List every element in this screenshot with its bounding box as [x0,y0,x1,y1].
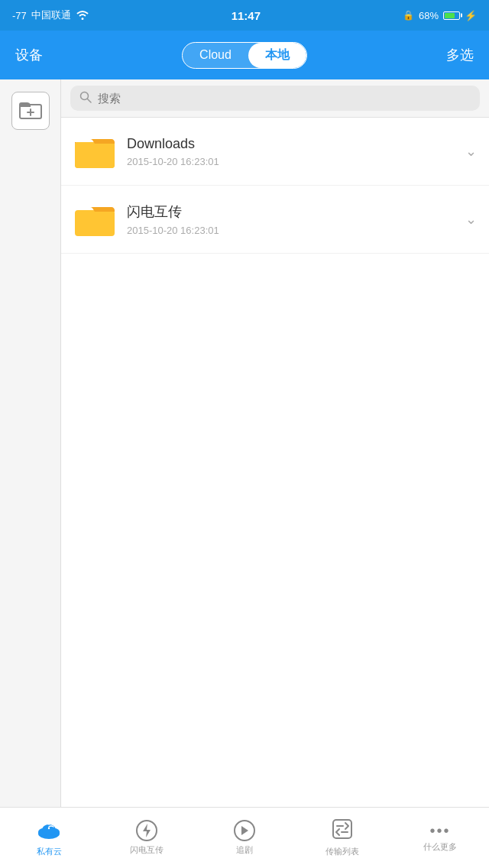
folder-icon [73,198,116,241]
folder-shape-icon [75,134,115,168]
battery-percent: 68% [419,10,439,21]
svg-point-11 [42,824,56,835]
file-date: 2015-10-20 16:23:01 [127,156,459,167]
svg-point-12 [48,828,50,829]
status-time: 11:47 [232,9,261,22]
folder-shape-icon [75,202,115,236]
search-icon [79,91,92,105]
file-info: 闪电互传 2015-10-20 16:23:01 [116,202,459,236]
table-row[interactable]: 闪电互传 2015-10-20 16:23:01 ⌄ [61,186,489,254]
nav-back-devices[interactable]: 设备 [15,46,43,64]
status-left: -77 中国联通 [12,8,89,22]
battery-icon [443,11,460,20]
svg-rect-13 [333,820,351,838]
transfer-list-icon [332,818,353,843]
more-icon: ••• [429,823,450,838]
tab-more[interactable]: ••• 什么更多 [391,823,489,853]
bottom-tab-bar: 私有云 闪电互传 追剧 [0,807,489,868]
private-cloud-icon [36,818,62,843]
wifi-icon [76,9,89,22]
svg-rect-6 [75,142,115,168]
flash-circle [136,820,157,841]
tab-transfer-list-label: 传输列表 [325,846,359,857]
status-right: 🔒 68% ⚡ [403,10,477,21]
carrier-name: 中国联通 [31,8,71,22]
search-input[interactable] [98,92,471,105]
svg-line-4 [88,99,92,103]
flash-transfer-icon [136,820,157,841]
folder-icon [73,130,116,173]
file-list: Downloads 2015-10-20 16:23:01 ⌄ 闪电互传 201… [61,79,489,807]
tab-follow-drama-label: 追剧 [236,844,253,856]
file-name: 闪电互传 [127,202,459,221]
play-circle [234,820,255,841]
content-area: Downloads 2015-10-20 16:23:01 ⌄ 闪电互传 201… [0,79,489,807]
svg-rect-7 [75,210,115,236]
tab-cloud[interactable]: Cloud [183,44,248,66]
file-info: Downloads 2015-10-20 16:23:01 [116,136,459,167]
sidebar [0,79,61,807]
folder-plus-icon [18,99,43,123]
nav-multiselect[interactable]: 多选 [446,46,474,64]
tab-follow-drama[interactable]: 追剧 [196,820,293,856]
charging-icon: ⚡ [465,10,477,21]
signal-strength: -77 [12,10,27,21]
file-date: 2015-10-20 16:23:01 [127,225,459,236]
nav-bar: 设备 Cloud 本地 多选 [0,31,489,79]
follow-drama-icon [234,820,255,841]
new-folder-button[interactable] [11,92,50,130]
tab-local[interactable]: 本地 [248,43,306,68]
file-name: Downloads [127,136,459,152]
status-bar: -77 中国联通 11:47 🔒 68% ⚡ [0,0,489,31]
search-input-wrap[interactable] [70,86,480,111]
nav-tabs: Cloud 本地 [182,42,307,69]
tab-transfer-list[interactable]: 传输列表 [293,818,391,857]
table-row[interactable]: Downloads 2015-10-20 16:23:01 ⌄ [61,118,489,186]
tab-more-label: 什么更多 [423,841,457,853]
tab-flash-transfer[interactable]: 闪电互传 [98,820,196,856]
lock-icon: 🔒 [403,10,414,21]
search-bar [61,79,489,118]
tab-private-cloud[interactable]: 私有云 [0,818,98,857]
tab-flash-transfer-label: 闪电互传 [130,844,164,856]
chevron-down-icon: ⌄ [465,143,477,160]
chevron-down-icon: ⌄ [465,211,477,228]
tab-private-cloud-label: 私有云 [37,846,62,857]
